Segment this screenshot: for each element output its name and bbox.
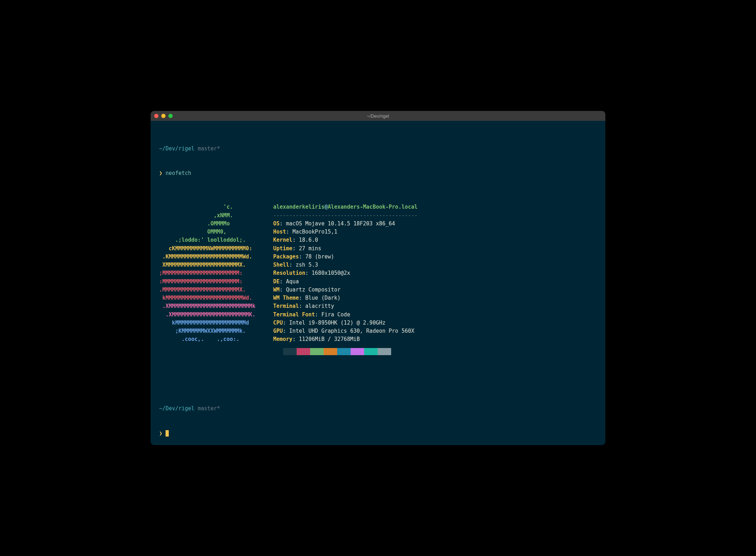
color-swatch [337,348,351,355]
color-swatch [324,348,337,355]
info-row: Resolution: 1680x1050@2x [273,270,350,276]
terminal-body[interactable]: ~/Dev/rigel master* ❯ neofetch 'c. ,xNMM… [151,121,605,445]
git-branch: master* [198,405,220,412]
close-button[interactable] [154,114,158,118]
maximize-button[interactable] [168,114,173,118]
separator: ----------------------------------------… [273,212,417,219]
cursor-icon [166,430,169,437]
info-row: OS: macOS Mojave 10.14.5 18F203 x86_64 [273,220,395,227]
info-row: Uptime: 27 mins [273,245,321,252]
color-swatch [297,348,310,355]
info-row: DE: Aqua [273,278,299,285]
username: alexanderkeliris [273,204,325,210]
command-line: ❯ [159,429,597,438]
info-row: Kernel: 18.6.0 [273,237,318,243]
info-row: CPU: Intel i9-8950HK (12) @ 2.90GHz [273,320,385,326]
color-swatch [351,348,364,355]
window-title: ~/Dev/rigel [367,113,389,119]
system-info: alexanderkeliris@Alexanders-MacBook-Pro.… [273,203,417,355]
neofetch-output: 'c. ,xNMM. .OMMMMo OMMM0, .;loddo:' lool… [159,203,597,355]
ascii-logo: 'c. ,xNMM. .OMMMMo OMMM0, .;loddo:' lool… [159,203,255,355]
color-swatch [283,348,297,355]
hostname: Alexanders-MacBook-Pro.local [328,204,417,210]
color-swatch [310,348,324,355]
prompt-line: ~/Dev/rigel master* [159,145,597,153]
command: neofetch [166,170,191,176]
color-palette [283,348,417,355]
prompt-arrow: ❯ [159,430,162,437]
info-row: Shell: zsh 5.3 [273,262,318,268]
info-row: Host: MacBookPro15,1 [273,229,338,235]
terminal-window: ~/Dev/rigel ~/Dev/rigel master* ❯ neofet… [151,111,605,445]
info-row: WM Theme: Blue (Dark) [273,295,341,301]
traffic-lights [154,114,173,118]
minimize-button[interactable] [161,114,166,118]
prompt-line: ~/Dev/rigel master* [159,405,597,413]
prompt-arrow: ❯ [159,170,162,176]
info-row: Memory: 11206MiB / 32768MiB [273,336,360,342]
info-row: GPU: Intel UHD Graphics 630, Radeon Pro … [273,328,414,334]
info-row: Terminal: alacritty [273,303,334,309]
color-swatch [364,348,378,355]
prompt-path: ~/Dev/rigel [159,405,194,412]
git-branch: master* [198,145,220,152]
info-row: WM: Quartz Compositor [273,287,341,293]
prompt-path: ~/Dev/rigel [159,145,194,152]
color-swatch [378,348,391,355]
titlebar: ~/Dev/rigel [151,111,605,121]
info-row: Terminal Font: Fira Code [273,311,350,318]
command-line: ❯ neofetch [159,169,597,177]
info-row: Packages: 78 (brew) [273,253,334,260]
